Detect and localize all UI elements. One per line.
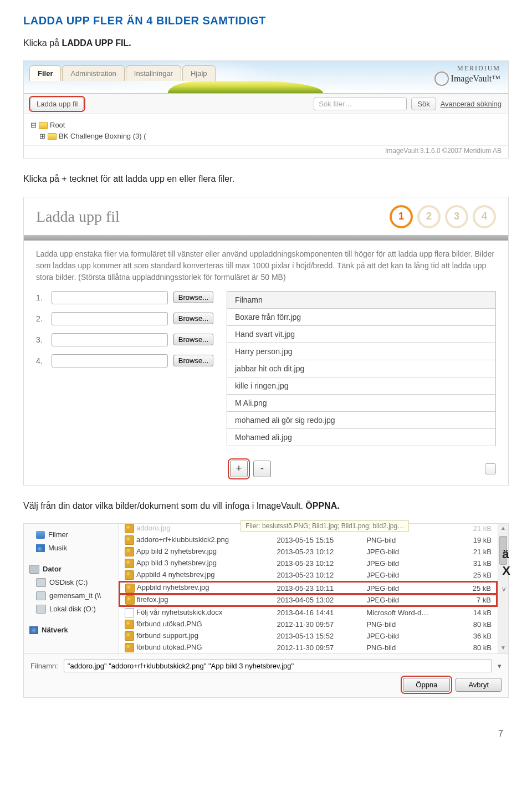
browse-button-4[interactable]: Browse... xyxy=(173,355,213,366)
instruction-3: Välj från din dator vilka bilder/dokumen… xyxy=(23,500,509,512)
file-row[interactable]: addoro+rf+klubbutskick2.png2013-05-15 15… xyxy=(119,534,497,546)
file-row[interactable]: Hand svart vit.jpg xyxy=(227,325,496,343)
file-field-4[interactable] xyxy=(52,354,168,367)
tree-collapse-icon[interactable]: ⊟ xyxy=(30,120,37,131)
tab-administration[interactable]: Administration xyxy=(62,65,124,81)
scroll-up-icon[interactable]: ▲ xyxy=(499,525,507,533)
file-row[interactable]: Appbild 4 nyhetsbrev.jpg2013-05-23 10:12… xyxy=(119,569,497,581)
open-button[interactable]: Öppna xyxy=(403,678,450,692)
tab-installningar[interactable]: Installningar xyxy=(126,65,181,81)
nav-lokal[interactable]: Lokal disk (O:) xyxy=(49,604,96,615)
file-row[interactable]: Följ vår nyhetsutskick.docx2013-04-16 14… xyxy=(119,606,497,619)
drive-icon xyxy=(36,591,46,600)
uploaded-files-table: Filnamn Boxare från förr.jpg Hand svart … xyxy=(227,291,496,446)
screenshot-upload-dialog: Ladda upp fil 1 2 3 4 Ladda upp enstaka … xyxy=(23,197,509,486)
scroll-down-icon[interactable]: ▼ xyxy=(499,645,507,652)
step-2[interactable]: 2 xyxy=(417,205,441,228)
nav-dator[interactable]: Dator xyxy=(43,564,62,575)
instruction-2: Klicka på + tecknet för att ladda upp en… xyxy=(23,173,509,185)
file-row[interactable]: Harry person.jpg xyxy=(227,343,496,360)
file-field-2[interactable] xyxy=(52,312,168,325)
folder-tree[interactable]: ⊟ Root ⊞ BK Challenge Boxning (3) ( xyxy=(30,120,502,142)
folder-icon xyxy=(48,133,57,140)
image-file-icon xyxy=(125,547,134,556)
film-icon xyxy=(36,531,45,539)
tree-root-label[interactable]: Root xyxy=(50,120,65,131)
browse-button-2[interactable]: Browse... xyxy=(173,313,213,324)
upload-description: Ladda upp enstaka filer via formuläret t… xyxy=(24,248,508,291)
cropped-text-icon: äXv xyxy=(502,546,510,597)
tree-expand-icon[interactable]: ⊞ xyxy=(39,131,45,142)
browse-button-1[interactable]: Browse... xyxy=(173,292,213,303)
drive-icon xyxy=(36,578,46,587)
upload-file-button[interactable]: Ladda upp fil xyxy=(30,98,84,110)
word-doc-icon xyxy=(125,608,134,617)
divider-bar xyxy=(24,235,508,241)
browse-button-3[interactable]: Browse... xyxy=(173,334,213,345)
music-icon xyxy=(36,544,45,552)
logo-product: ImageVault™ xyxy=(451,74,500,84)
filename-input[interactable] xyxy=(64,660,492,672)
image-file-icon xyxy=(125,631,134,641)
file-row[interactable]: Boxare från förr.jpg xyxy=(227,308,496,325)
screenshot-imagevault-toolbar: Filer Administration Installningar Hjalp… xyxy=(23,60,509,159)
file-row[interactable]: App bild 2 nyhetsbrev.jpg2013-05-23 10:1… xyxy=(119,546,497,558)
column-filename: Filnamn xyxy=(227,291,496,308)
file-row[interactable]: kille i ringen.jpg xyxy=(227,377,496,394)
cancel-button[interactable]: Avbryt xyxy=(456,678,502,692)
file-row[interactable]: M Ali.png xyxy=(227,394,496,411)
upload-dialog-title: Ladda upp fil xyxy=(36,208,120,226)
nav-gemensam[interactable]: gemensam_it (\\ xyxy=(49,590,101,601)
single-upload-form: 1.Browse... 2.Browse... 3.Browse... 4.Br… xyxy=(36,291,213,446)
filter-tooltip: Filer: beslutsstö.PNG; Bild1.jpg; Bild1.… xyxy=(241,520,409,532)
wizard-steps: 1 2 3 4 xyxy=(390,205,496,228)
instruction-3-bold: ÖPPNA. xyxy=(305,501,339,510)
file-row[interactable]: förbund utökad.PNG2012-11-30 09:57PNG-bi… xyxy=(119,619,497,630)
swirl-icon xyxy=(434,71,449,86)
tab-filer[interactable]: Filer xyxy=(29,65,61,81)
step-4[interactable]: 4 xyxy=(473,205,496,228)
file-row[interactable]: firefox.jpg2013-04-05 13:02JPEG-bild7 kB xyxy=(119,594,497,606)
file-field-3[interactable] xyxy=(52,333,168,346)
page-heading: LADDA UPP FLER ÄN 4 BILDER SAMTIDIGT xyxy=(23,14,509,27)
file-row[interactable]: mohamed ali gör sig redo.jpg xyxy=(227,411,496,428)
tree-child-label[interactable]: BK Challenge Boxning (3) ( xyxy=(59,131,146,142)
tab-hjalp[interactable]: Hjalp xyxy=(182,65,216,81)
file-list[interactable]: addoro.jpg21 kBaddoro+rf+klubbutskick2.p… xyxy=(119,523,498,653)
file-field-1[interactable] xyxy=(52,291,168,304)
row-number: 1. xyxy=(36,293,46,302)
computer-icon xyxy=(29,565,39,574)
step-3[interactable]: 3 xyxy=(445,205,468,228)
network-icon xyxy=(29,626,38,634)
dropdown-icon[interactable]: ▾ xyxy=(498,662,502,670)
instruction-1-bold: LADDA UPP FIL. xyxy=(62,38,131,48)
image-file-icon xyxy=(125,584,135,593)
add-files-button[interactable]: + xyxy=(230,461,248,477)
screenshot-file-open-dialog: äXv Filmer Musik Dator OSDisk (C:) gemen… xyxy=(23,523,509,698)
image-file-icon xyxy=(125,535,134,545)
file-row[interactable]: Appbild nyhetsbrev.jpg2013-05-23 10:11JP… xyxy=(119,581,497,594)
folder-icon xyxy=(39,122,48,129)
search-button[interactable]: Sök xyxy=(411,98,436,110)
step-1[interactable]: 1 xyxy=(390,205,413,228)
image-file-icon xyxy=(125,620,134,629)
nav-osdisk[interactable]: OSDisk (C:) xyxy=(49,577,88,588)
file-row[interactable]: Mohamed ali.jpg xyxy=(227,428,496,446)
nav-filmer[interactable]: Filmer xyxy=(48,529,68,540)
nav-sidebar[interactable]: Filmer Musik Dator OSDisk (C:) gemensam_… xyxy=(24,524,119,653)
row-number: 3. xyxy=(36,335,46,344)
remove-files-button[interactable]: - xyxy=(253,461,271,477)
advanced-search-link[interactable]: Avancerad sökning xyxy=(441,100,502,108)
page-number: 7 xyxy=(23,712,509,750)
file-row[interactable]: förbund support.jpg2013-05-13 15:52JPEG-… xyxy=(119,630,497,642)
drive-icon xyxy=(36,605,46,614)
file-row[interactable]: jabbar hit och dit.jpg xyxy=(227,360,496,377)
nav-natverk[interactable]: Nätverk xyxy=(42,625,68,636)
search-input[interactable]: Sök filer… xyxy=(314,98,407,110)
expand-icon[interactable] xyxy=(485,463,496,474)
image-file-icon xyxy=(125,570,134,580)
nav-musik[interactable]: Musik xyxy=(48,543,67,554)
version-footer: ImageVault 3.1.6.0 ©2007 Meridium AB xyxy=(24,145,508,158)
file-row[interactable]: App bild 3 nyhetsbrev.jpg2013-05-23 10:1… xyxy=(119,558,497,569)
file-row[interactable]: förbund utokad.PNG2012-11-30 09:57PNG-bi… xyxy=(119,642,497,653)
